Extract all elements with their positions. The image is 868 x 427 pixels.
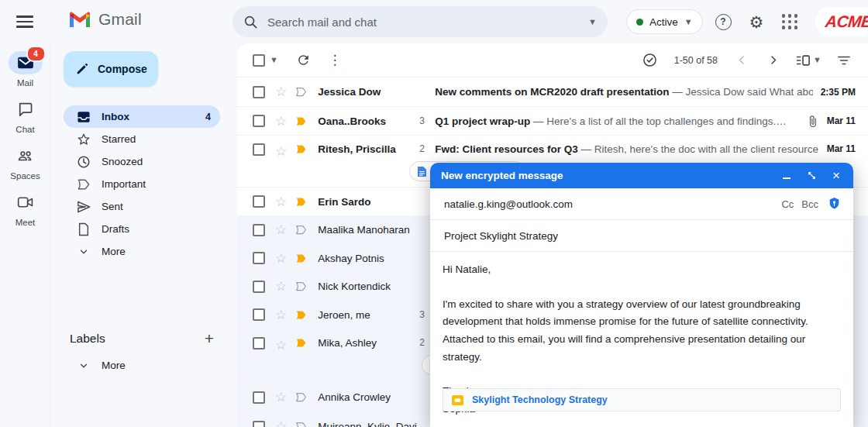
subject-field[interactable] bbox=[443, 229, 841, 243]
rail-item-mail[interactable]: 4Mail bbox=[0, 51, 50, 88]
meet-icon bbox=[17, 196, 34, 208]
subject-snippet: Fwd: Client resources for Q3 — Ritesh, h… bbox=[435, 143, 818, 155]
close-icon[interactable]: × bbox=[830, 170, 842, 182]
attachment-chip[interactable]: Skylight Technology Strategy bbox=[443, 388, 841, 412]
thread-count: 2 bbox=[419, 337, 430, 348]
star-icon[interactable]: ☆ bbox=[275, 222, 287, 238]
row-checkbox[interactable] bbox=[253, 252, 265, 264]
cc-button[interactable]: Cc bbox=[781, 198, 794, 210]
star-icon[interactable]: ☆ bbox=[275, 418, 287, 427]
to-field[interactable] bbox=[443, 198, 781, 211]
star-icon[interactable]: ☆ bbox=[275, 194, 287, 210]
settings-gear-icon[interactable]: ⚙ bbox=[746, 12, 766, 32]
row-checkbox[interactable] bbox=[253, 421, 265, 427]
email-row[interactable]: ☆ Jessica Dow New comments on MCR2020 dr… bbox=[237, 77, 868, 107]
newer-page-icon[interactable] bbox=[732, 50, 752, 71]
select-all-checkbox[interactable] bbox=[253, 54, 265, 67]
refresh-icon[interactable] bbox=[294, 50, 314, 71]
older-page-icon[interactable] bbox=[763, 50, 783, 71]
sidebar-item-label: Important bbox=[102, 178, 146, 190]
star-icon[interactable]: ☆ bbox=[275, 307, 287, 323]
doc-file-icon bbox=[417, 166, 427, 177]
search-bar[interactable]: ▼ bbox=[232, 6, 608, 37]
bcc-button[interactable]: Bcc bbox=[801, 198, 818, 210]
importance-marker-icon[interactable] bbox=[294, 253, 308, 264]
rail-item-spaces[interactable]: Spaces bbox=[0, 144, 50, 181]
importance-marker-icon[interactable] bbox=[294, 309, 308, 321]
compose-button[interactable]: Compose bbox=[64, 51, 158, 87]
sidebar-item-count: 4 bbox=[205, 112, 211, 122]
filter-icon[interactable] bbox=[834, 50, 854, 71]
compose-header[interactable]: New encrypted message × bbox=[430, 163, 853, 188]
row-checkbox[interactable] bbox=[253, 281, 265, 293]
paperclip-icon bbox=[807, 115, 819, 128]
reading-pane-toggle-icon[interactable]: ▼ bbox=[794, 50, 823, 71]
sender-name: Muireann, Kylie, David bbox=[318, 421, 417, 427]
main-menu-icon[interactable] bbox=[14, 12, 36, 32]
row-checkbox[interactable] bbox=[253, 308, 265, 321]
star-icon[interactable]: ☆ bbox=[275, 113, 287, 129]
search-options-caret-icon[interactable]: ▼ bbox=[588, 18, 597, 26]
sidebar-item-important[interactable]: Important bbox=[64, 173, 220, 195]
labels-more-item[interactable]: More bbox=[64, 354, 220, 377]
row-checkbox[interactable] bbox=[253, 86, 265, 98]
status-selector[interactable]: Active ▼ bbox=[626, 9, 703, 34]
sidebar-item-label: Starred bbox=[102, 133, 136, 145]
sidebar-item-drafts[interactable]: Drafts bbox=[64, 218, 220, 240]
gmail-m-icon bbox=[68, 10, 91, 29]
sender-name: Annika Crowley bbox=[318, 391, 417, 403]
importance-marker-icon[interactable] bbox=[294, 143, 308, 155]
star-icon[interactable]: ☆ bbox=[275, 143, 287, 160]
acme-brand-logo: ACME bbox=[815, 7, 868, 36]
row-checkbox[interactable] bbox=[253, 391, 265, 404]
add-label-icon[interactable]: + bbox=[205, 330, 214, 346]
minimize-icon[interactable] bbox=[780, 170, 793, 182]
importance-marker-icon[interactable] bbox=[294, 196, 308, 208]
row-checkbox[interactable] bbox=[253, 143, 265, 156]
more-options-icon[interactable]: ⋮ bbox=[325, 50, 345, 71]
email-time: Mar 11 bbox=[827, 143, 856, 154]
recipient-row: Cc Bcc bbox=[430, 188, 853, 220]
rail-item-chat[interactable]: Chat bbox=[0, 98, 50, 134]
search-icon[interactable] bbox=[243, 15, 258, 29]
row-checkbox[interactable] bbox=[253, 337, 265, 350]
star-icon[interactable]: ☆ bbox=[275, 84, 287, 100]
inbox-icon bbox=[76, 111, 91, 123]
star-icon[interactable]: ☆ bbox=[275, 250, 287, 267]
row-checkbox[interactable] bbox=[253, 115, 265, 127]
slides-file-icon bbox=[451, 394, 464, 406]
importance-marker-icon[interactable] bbox=[294, 86, 308, 98]
sender-name: Akshay Potnis bbox=[318, 253, 417, 264]
email-row[interactable]: ☆ Oana..Brooks 3 Q1 project wrap-up — He… bbox=[237, 107, 868, 136]
select-status-check-icon[interactable] bbox=[640, 50, 660, 71]
status-caret-icon: ▼ bbox=[684, 18, 693, 26]
rail-item-label: Chat bbox=[0, 125, 50, 134]
open-in-full-icon[interactable] bbox=[805, 170, 818, 182]
star-icon[interactable]: ☆ bbox=[275, 337, 287, 353]
search-input[interactable] bbox=[266, 15, 588, 29]
importance-marker-icon[interactable] bbox=[294, 224, 308, 236]
star-icon[interactable]: ☆ bbox=[275, 389, 287, 405]
sidebar-item-inbox[interactable]: Inbox4 bbox=[64, 105, 220, 128]
subject-row bbox=[430, 220, 853, 252]
importance-marker-icon[interactable] bbox=[294, 391, 308, 403]
google-apps-grid-icon[interactable] bbox=[780, 12, 800, 32]
importance-marker-icon[interactable] bbox=[294, 337, 308, 349]
sidebar-item-snoozed[interactable]: Snoozed bbox=[64, 150, 220, 173]
help-icon[interactable]: ? bbox=[713, 12, 733, 32]
sidebar-item-sent[interactable]: Sent bbox=[64, 195, 220, 218]
app-rail: 4MailChatSpacesMeet bbox=[0, 43, 51, 427]
importance-marker-icon[interactable] bbox=[294, 421, 308, 427]
star-icon[interactable]: ☆ bbox=[275, 278, 287, 294]
sidebar-item-more[interactable]: More bbox=[64, 240, 220, 263]
importance-marker-icon[interactable] bbox=[294, 115, 308, 127]
importance-marker-icon[interactable] bbox=[294, 281, 308, 292]
select-caret-icon[interactable]: ▼ bbox=[270, 56, 278, 64]
encryption-shield-icon[interactable] bbox=[828, 197, 841, 211]
row-checkbox[interactable] bbox=[253, 195, 265, 208]
sidebar-item-starred[interactable]: Starred bbox=[64, 128, 220, 150]
sender-name: Mika, Ashley bbox=[318, 337, 417, 349]
chevron-icon bbox=[76, 246, 91, 257]
row-checkbox[interactable] bbox=[253, 224, 265, 236]
rail-item-meet[interactable]: Meet bbox=[0, 191, 50, 227]
